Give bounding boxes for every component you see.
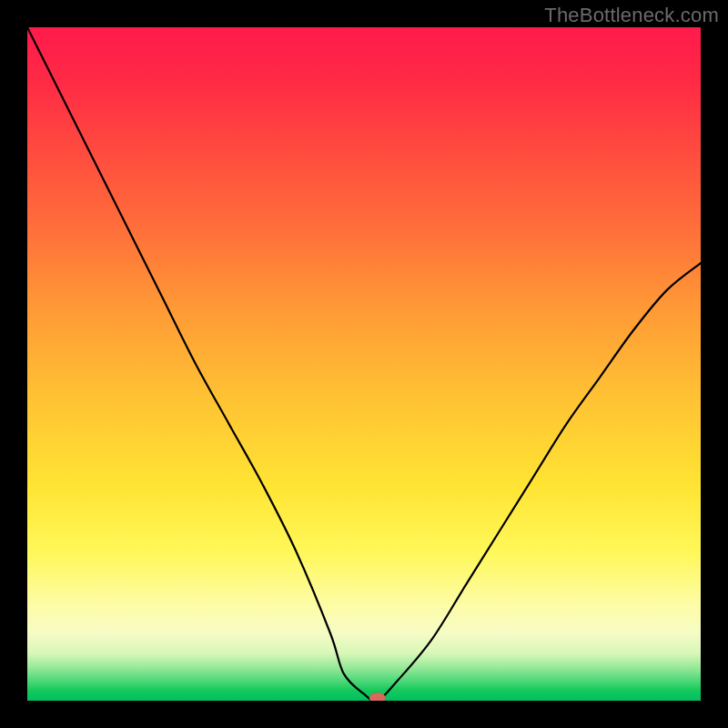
curve-svg — [27, 27, 701, 701]
chart-container: TheBottleneck.com — [0, 0, 728, 728]
watermark-text: TheBottleneck.com — [544, 4, 719, 27]
plot-area — [27, 27, 701, 701]
optimum-marker — [369, 693, 386, 701]
bottleneck-curve — [27, 27, 701, 701]
